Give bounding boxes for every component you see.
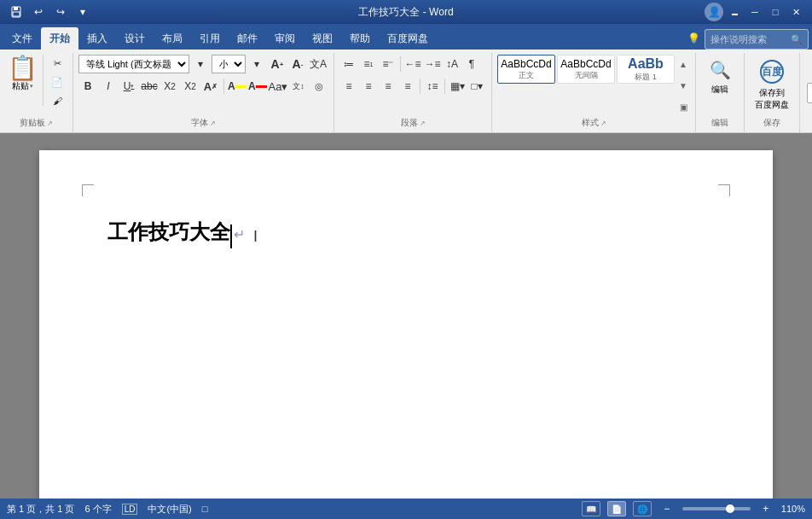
search-input[interactable] (710, 34, 787, 44)
macro-status[interactable]: LD (122, 504, 138, 515)
phonetic-button[interactable]: 文↕ (289, 77, 308, 96)
shading-button[interactable]: ▦▾ (448, 77, 467, 96)
clear-format-button[interactable]: A✗ (201, 77, 220, 96)
encircle-char-button[interactable]: ◎ (310, 77, 328, 96)
paragraph-expand-icon[interactable]: ↗ (420, 120, 426, 127)
tab-view[interactable]: 视图 (304, 27, 341, 50)
status-bar: 第 1 页，共 1 页 6 个字 LD 中文(中国) □ 📖 📄 🌐 − + 1… (0, 499, 812, 519)
align-right-button[interactable]: ≡ (379, 77, 397, 96)
style-scroll-down[interactable]: ▼ (676, 76, 690, 95)
font-name-select[interactable]: 等线 Light (西文标题) (78, 55, 189, 73)
tab-review[interactable]: 审阅 (266, 27, 304, 50)
svg-rect-1 (14, 7, 18, 10)
decrease-font-button[interactable]: A- (288, 55, 307, 73)
justify-button[interactable]: ≡ (398, 77, 417, 96)
ribbon-collapse-button[interactable]: 🗕 (725, 4, 744, 20)
font-group: 等线 Light (西文标题) ▾ 小一 ▾ A+ A- 文A B I U▾ a… (73, 53, 334, 132)
tab-design[interactable]: 设计 (116, 27, 154, 50)
qat-save-button[interactable] (7, 4, 26, 20)
tab-references[interactable]: 引用 (191, 27, 229, 50)
tab-layout[interactable]: 布局 (154, 27, 191, 50)
tab-home[interactable]: 开始 (41, 27, 78, 50)
qat-customize-button[interactable]: ▾ (73, 4, 92, 20)
baidu-save-button[interactable]: 百度 保存到 百度网盘 (750, 55, 794, 113)
clipboard-separator (43, 55, 44, 106)
cut-button[interactable]: ✂ (47, 55, 67, 72)
style-normal[interactable]: AaBbCcDd 正文 (497, 55, 555, 84)
font-name-row: 等线 Light (西文标题) ▾ 小一 ▾ A+ A- 文A (78, 55, 328, 73)
underline-button[interactable]: U▾ (119, 77, 138, 96)
ribbon-search-bar[interactable]: 🔍 (705, 29, 809, 50)
superscript-button[interactable]: X2 (181, 77, 200, 96)
qat-redo-button[interactable]: ↪ (51, 4, 70, 20)
find-button[interactable]: 🔍 编辑 (701, 55, 739, 97)
copy-button[interactable]: 📄 (47, 73, 67, 90)
close-button[interactable]: ✕ (786, 4, 805, 20)
web-view-button[interactable]: 🌐 (633, 501, 652, 516)
zoom-slider[interactable] (682, 507, 751, 510)
style-scroll-up[interactable]: ▲ (676, 55, 690, 73)
zoom-level-status[interactable]: 110% (781, 504, 805, 514)
title-bar-controls: 👤 🗕 ─ □ ✕ (705, 3, 805, 21)
format-painter-button[interactable]: 🖌 (47, 92, 67, 109)
text-highlight-button[interactable]: A (228, 77, 246, 96)
share-button[interactable]: 👥 共享 (807, 83, 812, 103)
style-expand-button[interactable]: ▣ (676, 97, 690, 116)
user-area[interactable]: 👤 (705, 3, 723, 21)
zoom-thumb (726, 504, 734, 513)
numbering-button[interactable]: ≡1 (359, 55, 378, 73)
increase-indent-button[interactable]: →≡ (423, 55, 442, 73)
clipboard-small-buttons: ✂ 📄 🖌 (47, 55, 67, 109)
tab-file[interactable]: 文件 (3, 27, 41, 50)
show-marks-button[interactable]: ¶ (462, 55, 481, 73)
print-view-button[interactable]: 📄 (607, 501, 626, 516)
font-size-select[interactable]: 小一 (212, 55, 246, 73)
sort-button[interactable]: ↕A (443, 55, 461, 73)
clipboard-expand-icon[interactable]: ↗ (47, 120, 53, 127)
font-name-dropdown[interactable]: ▾ (191, 55, 210, 73)
align-left-button[interactable]: ≡ (339, 77, 358, 96)
tab-help[interactable]: 帮助 (341, 27, 379, 50)
font-expand-icon[interactable]: ↗ (210, 120, 216, 127)
svg-rect-2 (13, 12, 20, 16)
bullets-button[interactable]: ≔ (339, 55, 358, 73)
increase-font-button[interactable]: A+ (268, 55, 287, 73)
tab-baidu[interactable]: 百度网盘 (379, 27, 437, 50)
borders-button[interactable]: □▾ (467, 77, 486, 96)
editing-group: 🔍 编辑 编辑 (696, 53, 745, 132)
zoom-out-button[interactable]: − (658, 501, 676, 516)
bold-button[interactable]: B (78, 77, 97, 96)
page-count-status[interactable]: 第 1 页，共 1 页 (7, 503, 74, 516)
document-content: 工作技巧大全↵I (107, 219, 705, 248)
read-view-button[interactable]: 📖 (582, 501, 600, 516)
document-page[interactable]: 工作技巧大全↵I (39, 150, 773, 499)
tab-insert[interactable]: 插入 (78, 27, 116, 50)
style-heading1[interactable]: AaBb 标题 1 (617, 55, 675, 84)
strikethrough-button[interactable]: abc (140, 77, 159, 96)
font-size-dropdown[interactable]: ▾ (247, 55, 266, 73)
font-color-button[interactable]: A (248, 77, 267, 96)
align-center-button[interactable]: ≡ (359, 77, 378, 96)
style-no-spacing[interactable]: AaBbCcDd 无间隔 (557, 55, 615, 84)
decrease-indent-button[interactable]: ←≡ (403, 55, 422, 73)
line-spacing-button[interactable]: ↕≡ (423, 77, 442, 96)
subscript-button[interactable]: X2 (160, 77, 179, 96)
minimize-button[interactable]: ─ (745, 4, 764, 20)
editing-group-content: 🔍 编辑 (701, 55, 739, 117)
accessibility-status[interactable]: □ (202, 504, 208, 514)
paste-button[interactable]: 📋 粘贴 ▾ (5, 55, 39, 94)
qat-undo-button[interactable]: ↩ (29, 4, 48, 20)
styles-expand-icon[interactable]: ↗ (600, 120, 606, 127)
italic-button[interactable]: I (99, 77, 118, 96)
ribbon-right: 👥 共享 (799, 53, 812, 132)
tab-mail[interactable]: 邮件 (229, 27, 266, 50)
change-case-button[interactable]: 文A (309, 55, 328, 73)
word-count-status[interactable]: 6 个字 (84, 503, 111, 516)
multilevel-button[interactable]: ≡⁻ (379, 55, 397, 73)
maximize-button[interactable]: □ (766, 4, 785, 20)
search-icon: 🔍 (791, 34, 803, 45)
zoom-in-button[interactable]: + (757, 501, 774, 516)
char-spacing-button[interactable]: Aa▾ (269, 77, 287, 96)
baidu-save-group-content: 百度 保存到 百度网盘 (750, 55, 794, 117)
language-status[interactable]: 中文(中国) (148, 503, 191, 516)
